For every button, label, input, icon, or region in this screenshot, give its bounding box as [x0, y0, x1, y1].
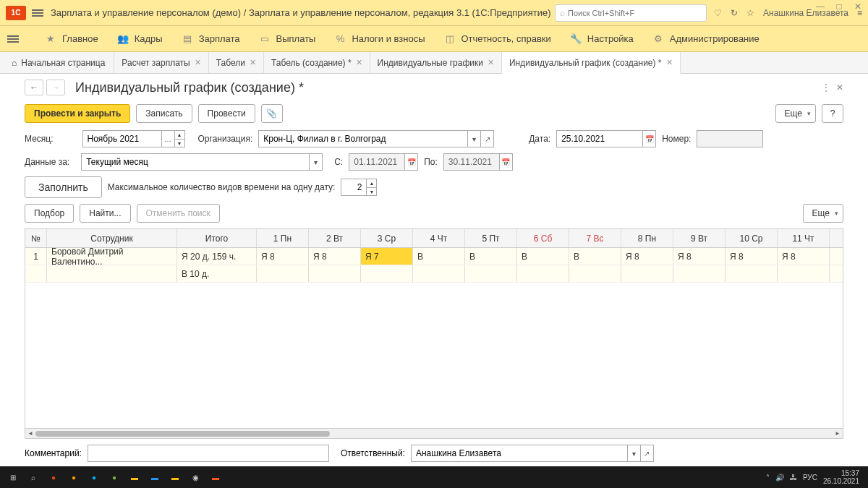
tab-2[interactable]: Табели✕: [209, 52, 264, 73]
app-logo: 1C: [6, 6, 26, 20]
tab-3[interactable]: Табель (создание) *✕: [264, 52, 370, 73]
app-title: Зарплата и управление персоналом (демо) …: [51, 7, 555, 18]
title-bar: 1C Зарплата и управление персоналом (дем…: [0, 0, 868, 26]
search-input[interactable]: [568, 9, 702, 17]
tab-1[interactable]: Расчет зарплаты✕: [114, 52, 208, 73]
search-icon: ⌕: [560, 8, 565, 18]
tab-close-icon[interactable]: ✕: [666, 58, 673, 67]
minimize-icon[interactable]: —: [813, 1, 827, 12]
menu-toggle-icon[interactable]: [7, 35, 19, 43]
main-menu: ★Главное 👥Кадры ▤Зарплата ▭Выплаты %Нало…: [0, 26, 868, 52]
bell-icon[interactable]: ♡: [714, 8, 722, 18]
star-icon: ★: [45, 33, 56, 45]
percent-icon: %: [334, 33, 346, 45]
menu-vyplaty[interactable]: ▭Выплаты: [259, 33, 316, 45]
tab-close-icon[interactable]: ✕: [250, 58, 256, 67]
tab-0[interactable]: ⌂Начальная страница: [3, 52, 114, 73]
menu-settings[interactable]: 🔧Настройка: [570, 33, 634, 45]
people-icon: 👥: [117, 33, 129, 45]
close-icon[interactable]: ✕: [851, 1, 865, 12]
wallet-icon: ▭: [259, 33, 271, 45]
maximize-icon[interactable]: □: [832, 1, 846, 12]
money-icon: ▤: [182, 33, 193, 45]
history-icon[interactable]: ↻: [731, 8, 738, 18]
menu-kadry[interactable]: 👥Кадры: [117, 33, 163, 45]
menu-admin[interactable]: ⚙Администрирование: [652, 33, 760, 45]
star-icon[interactable]: ☆: [746, 8, 754, 18]
tab-close-icon[interactable]: ✕: [195, 58, 201, 67]
doc-icon: ◫: [444, 33, 456, 45]
search-box[interactable]: ⌕: [555, 4, 707, 22]
gear-icon: ⚙: [652, 33, 664, 45]
menu-main[interactable]: ★Главное: [45, 33, 98, 45]
tab-5[interactable]: Индивидуальный график (создание) *✕: [502, 52, 681, 74]
home-icon: ⌂: [12, 58, 17, 68]
tab-close-icon[interactable]: ✕: [488, 58, 494, 67]
menu-reports[interactable]: ◫Отчетность, справки: [444, 33, 551, 45]
wrench-icon: 🔧: [570, 33, 582, 45]
menu-icon[interactable]: [32, 9, 43, 17]
tab-4[interactable]: Индивидуальные графики✕: [370, 52, 502, 73]
menu-nalogi[interactable]: %Налоги и взносы: [334, 33, 425, 45]
menu-zarplata[interactable]: ▤Зарплата: [182, 33, 240, 45]
tab-bar: ⌂Начальная страницаРасчет зарплаты✕Табел…: [0, 52, 868, 74]
tab-close-icon[interactable]: ✕: [356, 58, 362, 67]
